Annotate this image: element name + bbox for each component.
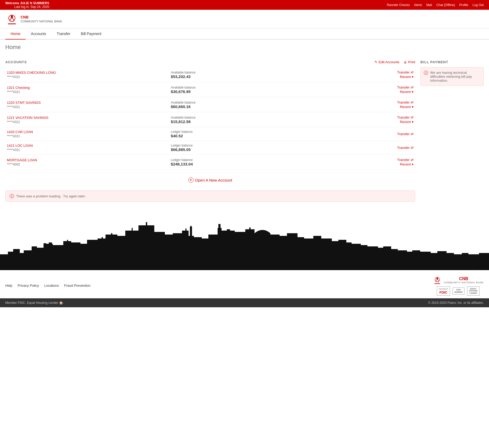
- svg-rect-4: [13, 249, 20, 270]
- account-number: *****4321: [7, 134, 168, 138]
- svg-rect-53: [332, 241, 338, 270]
- nav-transfer[interactable]: Transfer: [51, 28, 76, 40]
- mail-link[interactable]: Mail: [426, 3, 432, 7]
- accounts-header: ACCOUNTS ✎ Edit Accounts 🖨 Print: [5, 60, 415, 64]
- footer-fraud-link[interactable]: Fraud Prevention: [64, 284, 90, 288]
- svg-rect-47: [280, 236, 287, 270]
- transfer-button[interactable]: Transfer ⇄: [294, 70, 414, 74]
- copyright-text: © 2015-2020 Fiserv, Inc. or its affiliat…: [428, 301, 484, 305]
- transfer-button[interactable]: Transfer ⇄: [294, 85, 414, 89]
- profile-link[interactable]: Profile: [459, 3, 468, 7]
- svg-rect-54: [338, 240, 346, 270]
- svg-rect-49: [298, 237, 304, 270]
- nav-bill-payment[interactable]: Bill Payment: [76, 28, 107, 40]
- chat-link[interactable]: Chat (Offline): [436, 3, 455, 7]
- nav-accounts[interactable]: Accounts: [26, 28, 51, 40]
- logout-link[interactable]: Log Out: [472, 3, 484, 7]
- transfer-button[interactable]: Transfer ⇄: [294, 115, 414, 119]
- transfer-button[interactable]: Transfer ⇄: [294, 132, 414, 136]
- svg-rect-50: [304, 238, 313, 270]
- icba-badge: ICBA MEMBER: [453, 288, 464, 295]
- svg-rect-14: [67, 240, 68, 242]
- svg-rect-33: [190, 227, 192, 237]
- svg-rect-34: [190, 226, 191, 227]
- svg-rect-41: [227, 229, 230, 232]
- svg-rect-15: [71, 242, 80, 270]
- svg-rect-18: [98, 238, 106, 270]
- account-name[interactable]: 1220 STMT SAVINGS: [7, 101, 168, 105]
- bill-payment-error: i We are having technical difficulties r…: [420, 67, 484, 86]
- account-name[interactable]: 1321 Checking: [7, 86, 168, 90]
- footer-cnb-full: COMMUNITY NATIONAL BANK: [444, 281, 484, 284]
- bill-info-icon: i: [424, 71, 428, 75]
- footer-cnb-icon: [433, 275, 442, 285]
- svg-rect-55: [346, 242, 352, 270]
- table-row: 1220 STMT SAVINGS *****4321 Available ba…: [5, 97, 415, 112]
- svg-rect-37: [208, 235, 218, 270]
- open-account-section: + Open A New Account: [5, 172, 415, 188]
- balance-amount: $60,660.16: [171, 104, 291, 109]
- edit-icon: ✎: [375, 60, 377, 64]
- account-name[interactable]: 1420 CAR LOAN: [7, 130, 168, 134]
- bill-payment-section: BILL PAYMENT i We are having technical d…: [420, 60, 484, 204]
- balance-amount: $53,202.43: [171, 74, 291, 79]
- svg-rect-61: [391, 249, 398, 270]
- footer-privacy-link[interactable]: Privacy Policy: [18, 284, 39, 288]
- svg-rect-25: [138, 225, 154, 270]
- footer-locations-link[interactable]: Locations: [44, 284, 59, 288]
- reorder-checks-link[interactable]: Reorder Checks: [387, 3, 410, 7]
- skyline-image: [0, 212, 489, 270]
- svg-rect-51: [313, 236, 321, 270]
- account-name[interactable]: MORTGAGE LOAN: [7, 158, 168, 162]
- edit-accounts-link[interactable]: ✎ Edit Accounts: [375, 60, 399, 64]
- table-row: 1320 MIKES CHECKING LONG *****4321 Avail…: [5, 67, 415, 82]
- account-name[interactable]: 1421 LOC LOAN: [7, 144, 168, 148]
- svg-rect-10: [44, 243, 46, 245]
- svg-rect-2: [0, 254, 8, 270]
- header: CNB COMMUNITY NATIONAL BANK: [0, 10, 489, 28]
- table-row: 1420 CAR LOAN *****4321 Ledger balance $…: [5, 127, 415, 141]
- alerts-link[interactable]: Alerts: [414, 3, 422, 7]
- nav-home[interactable]: Home: [5, 28, 26, 40]
- svg-rect-28: [165, 235, 173, 270]
- accounts-actions: ✎ Edit Accounts 🖨 Print: [375, 60, 415, 64]
- account-name[interactable]: 1221 VACATION SAVINGS: [7, 116, 168, 120]
- logo-area: CNB COMMUNITY NATIONAL BANK: [5, 12, 62, 26]
- info-icon: i: [10, 194, 14, 198]
- svg-rect-5: [20, 253, 24, 270]
- welcome-label: Welcome JULIE N SUMMERS: [5, 1, 49, 5]
- svg-rect-67: [437, 251, 447, 270]
- account-number: *****4321: [7, 90, 168, 94]
- logo-text: CNB COMMUNITY NATIONAL BANK: [21, 15, 62, 23]
- svg-rect-24: [132, 228, 133, 232]
- balance-amount: $66,885.05: [171, 147, 291, 152]
- recent-button[interactable]: Recent ▾: [294, 162, 414, 166]
- open-account-link[interactable]: + Open A New Account: [188, 177, 232, 183]
- svg-rect-44: [249, 227, 251, 231]
- recent-button[interactable]: Recent ▾: [294, 105, 414, 109]
- table-row: 1421 LOC LOAN *****4321 Ledger balance $…: [5, 141, 415, 155]
- svg-rect-8: [37, 248, 44, 270]
- ehl-badge: EQUAL HOUSING LENDER: [467, 286, 480, 296]
- svg-rect-66: [431, 253, 437, 270]
- fdic-badge: MEMBER FDIC: [437, 286, 450, 296]
- svg-rect-62: [398, 250, 407, 270]
- footer-help-link[interactable]: Help: [5, 284, 12, 288]
- transfer-button[interactable]: Transfer ⇄: [294, 158, 414, 162]
- main-content: ACCOUNTS ✎ Edit Accounts 🖨 Print 1320 MI…: [0, 55, 489, 204]
- svg-rect-73: [0, 270, 489, 270]
- accounts-error-message: i There was a problem loading . Try agai…: [5, 191, 415, 202]
- svg-rect-13: [63, 241, 71, 270]
- svg-rect-1: [8, 23, 16, 24]
- table-row: 1221 VACATION SAVINGS *****4321 Availabl…: [5, 112, 415, 127]
- account-name[interactable]: 1320 MIKES CHECKING LONG: [7, 71, 168, 75]
- print-link[interactable]: 🖨 Print: [404, 60, 415, 64]
- balance-label: Ledger balance: [171, 130, 291, 134]
- recent-button[interactable]: Recent ▾: [294, 120, 414, 124]
- recent-button[interactable]: Recent ▾: [294, 90, 414, 94]
- recent-button[interactable]: Recent ▾: [294, 75, 414, 79]
- transfer-button[interactable]: Transfer ⇄: [294, 100, 414, 104]
- accounts-section: ACCOUNTS ✎ Edit Accounts 🖨 Print 1320 MI…: [5, 60, 415, 204]
- transfer-button[interactable]: Transfer ⇄: [294, 146, 414, 150]
- svg-rect-46: [270, 235, 280, 270]
